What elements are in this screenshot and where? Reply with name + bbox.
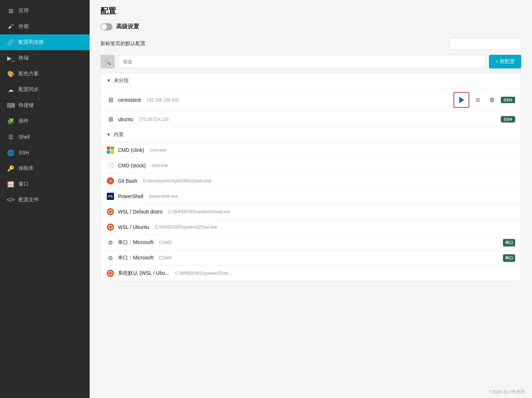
group-chevron-builtin[interactable]: ▼: [106, 132, 111, 137]
sidebar-label-vault: 保险库: [19, 165, 34, 172]
group-chevron-ungrouped[interactable]: ▼: [106, 78, 111, 83]
wsl-ubuntu-name: WSL / Ubuntu: [118, 224, 149, 230]
sidebar-item-app[interactable]: ⊞ 应用: [0, 3, 90, 19]
globe-icon: 🌐: [7, 149, 14, 156]
advanced-settings-toggle[interactable]: [100, 23, 113, 30]
centostest-copy-button[interactable]: ⧉: [472, 94, 484, 106]
config-item-cmd-stock: 📄 CMD (stock) cmd.exe: [101, 158, 521, 173]
wsl-ubuntu-icon: [106, 223, 114, 231]
search-button[interactable]: 🔍: [100, 55, 115, 68]
config-item-serial-com3: ⚙ 串口：Microsoft COM3 串口: [101, 235, 521, 250]
group-header-builtin: ▼ 内置: [101, 127, 521, 143]
centostest-play-button[interactable]: [453, 92, 469, 108]
footer: CSDN @少年西西: [90, 386, 532, 398]
sidebar-label-app: 应用: [19, 8, 29, 14]
sidebar-item-plugin[interactable]: 🧩 插件: [0, 113, 90, 129]
sidebar-item-shell[interactable]: ☰ Shell: [0, 129, 90, 145]
footer-credit: CSDN @少年西西: [490, 389, 525, 394]
keyboard-icon: ⌨: [7, 102, 14, 109]
serial-com3-name: 串口：Microsoft: [118, 239, 153, 246]
section-header: 高级设置: [90, 19, 532, 34]
gitbash-path: D:\development\git\Git\bin\bash.exe: [143, 178, 211, 183]
sidebar-label-color: 配色方案: [19, 71, 39, 77]
sidebar-item-terminal[interactable]: ▶_ 终端: [0, 50, 90, 66]
cmd-clink-name: CMD (clink): [118, 147, 144, 153]
new-config-button[interactable]: + 新配置: [489, 55, 521, 68]
sidebar-item-appearance[interactable]: 🖌 外观: [0, 19, 90, 34]
default-config-row: 新标签页的默认配置: [100, 34, 521, 55]
ubuntu-ssh-badge: SSH: [501, 116, 515, 123]
sidebar-label-terminal: 终端: [19, 55, 29, 61]
serial-com3-actions: 串口: [503, 239, 515, 246]
powershell-path: powershell.exe: [149, 194, 178, 199]
centostest-delete-button[interactable]: 🗑: [486, 94, 498, 106]
serial-com4-path: COM4: [159, 255, 172, 260]
cmd-clink-path: cmd.exe: [150, 148, 166, 153]
play-triangle-icon: [459, 97, 464, 103]
sidebar-label-appearance: 外观: [19, 23, 29, 30]
default-config-dropdown[interactable]: [450, 38, 521, 50]
sidebar-label-shell: Shell: [19, 134, 30, 140]
powershell-name: PowerShell: [118, 193, 143, 199]
ubuntu-actions: SSH: [501, 116, 515, 123]
grid-icon: ⊞: [7, 7, 14, 14]
sidebar-item-vault[interactable]: 🔑 保险库: [0, 160, 90, 176]
config-item-gitbash: G Git Bash D:\development\git\Git\bin\ba…: [101, 173, 521, 189]
powershell-icon: PS: [106, 192, 114, 200]
key-icon: 🔑: [7, 165, 14, 172]
centostest-actions: ⧉ 🗑 SSH: [453, 92, 515, 108]
centostest-path: 192.168.196.100: [147, 97, 179, 102]
cmd-stock-name: CMD (stock): [118, 163, 146, 168]
ubuntu-path: 172.30.214.116: [139, 117, 169, 122]
system-default-name: 系统默认 (WSL / Ubu...: [118, 270, 169, 277]
sidebar-label-plugin: 插件: [19, 118, 29, 124]
brush-icon: 🖌: [7, 23, 14, 30]
serial-com3-badge: 串口: [503, 239, 515, 246]
default-config-label: 新标签页的默认配置: [100, 40, 146, 47]
windows-icon: [107, 147, 114, 154]
filter-input[interactable]: [118, 55, 485, 68]
wsl-default-icon: [106, 208, 114, 216]
config-item-wsl-default: WSL / Default distro C:\WINDOWS\system32…: [101, 204, 521, 220]
sidebar-label-config: 配置和连接: [19, 39, 44, 45]
cmd-clink-icon: [106, 146, 114, 154]
serial-com4-name: 串口：Microsoft: [118, 255, 153, 261]
sidebar-item-ssh[interactable]: 🌐 SSH: [0, 145, 90, 160]
palette-icon: 🎨: [7, 70, 14, 77]
ps-icon: PS: [107, 193, 114, 200]
sidebar-item-sync[interactable]: ☁ 配置同步: [0, 82, 90, 97]
cmd-stock-path: cmd.exe: [152, 163, 168, 168]
centostest-name: centostest: [118, 97, 141, 103]
centostest-icon: 🖥: [106, 96, 114, 104]
sidebar-label-hotkey: 快捷键: [19, 102, 34, 109]
config-item-serial-com4: ⚙ 串口：Microsoft COM4 串口: [101, 250, 521, 266]
section-title: 高级设置: [116, 23, 139, 30]
sidebar-item-color[interactable]: 🎨 配色方案: [0, 66, 90, 82]
toolbar-row: 🔍 + 新配置: [100, 55, 521, 68]
wsl-ubuntu-path: C:\WINDOWS\system32\wsl.exe: [155, 225, 217, 230]
link-icon: 🔗: [7, 39, 14, 46]
sidebar-item-configfile[interactable]: </> 配置文件: [0, 192, 90, 208]
code-icon: </>: [7, 196, 14, 203]
puzzle-icon: 🧩: [7, 118, 14, 125]
gitbash-icon: G: [106, 177, 114, 185]
sidebar-item-config[interactable]: 🔗 配置和连接: [0, 34, 90, 50]
centostest-ssh-badge: SSH: [501, 97, 515, 103]
main-content: 配置 高级设置 新标签页的默认配置 🔍 + 新配置 ▼ 未分组 �: [90, 0, 532, 398]
serial-com4-badge: 串口: [503, 254, 515, 262]
gitbash-name: Git Bash: [118, 178, 137, 184]
sidebar-label-configfile: 配置文件: [19, 197, 39, 203]
serial-com3-icon: ⚙: [106, 239, 114, 246]
content-area: 新标签页的默认配置 🔍 + 新配置 ▼ 未分组 🖥 centostest 192…: [90, 34, 532, 386]
config-item-cmd-clink: CMD (clink) cmd.exe: [101, 143, 521, 158]
sidebar-item-window[interactable]: 🪟 窗口: [0, 176, 90, 192]
config-item-centostest: 🖥 centostest 192.168.196.100 ⧉ 🗑 SSH: [101, 88, 521, 112]
config-list: ▼ 未分组 🖥 centostest 192.168.196.100 ⧉ 🗑 S…: [100, 73, 521, 281]
sidebar-item-hotkey[interactable]: ⌨ 快捷键: [0, 97, 90, 113]
wsl-default-path: C:\WINDOWS\system32\wsl.exe: [168, 209, 231, 214]
page-title: 配置: [90, 0, 532, 19]
cloud-icon: ☁: [7, 86, 14, 93]
sidebar-label-sync: 配置同步: [19, 86, 39, 93]
system-default-icon: [106, 269, 114, 277]
config-item-system-default: 系统默认 (WSL / Ubu... C:\WINDOWS\system32\w…: [101, 266, 521, 281]
